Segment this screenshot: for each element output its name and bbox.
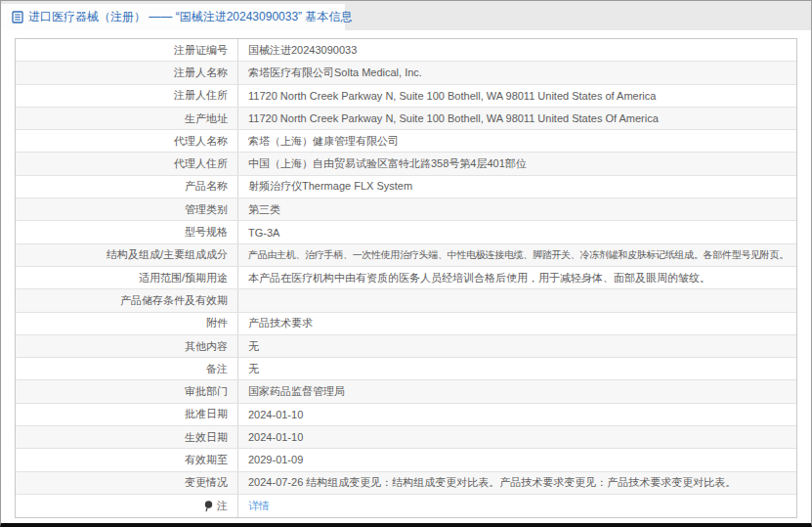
row-value: 2024-01-10 xyxy=(238,426,796,448)
table-row: 型号规格TG-3A xyxy=(16,221,796,243)
row-label: 生效日期 xyxy=(16,426,238,448)
row-label: 变更情况 xyxy=(16,472,238,494)
row-label: 结构及组成/主要组成成分 xyxy=(16,244,238,266)
row-value: 产品技术要求 xyxy=(238,313,796,334)
table-row: 适用范围/预期用途本产品在医疗机构中由有资质的医务人员经培训合格后使用，用于减轻… xyxy=(16,267,796,289)
row-value xyxy=(238,289,796,311)
table-row: 产品名称射频治疗仪Thermage FLX System xyxy=(16,176,796,198)
row-value: 第三类 xyxy=(238,198,796,220)
row-value: 无 xyxy=(238,335,796,357)
row-value: 索塔医疗有限公司Solta Medical, Inc. xyxy=(238,62,796,83)
table-row: 批准日期2024-01-10 xyxy=(16,404,796,426)
row-label: 产品储存条件及有效期 xyxy=(16,289,238,311)
row-value: 射频治疗仪Thermage FLX System xyxy=(238,176,796,198)
row-value: 中国（上海）自由贸易试验区富特北路358号第4层401部位 xyxy=(238,153,796,174)
info-table: 注册证编号国械注进20243090033注册人名称索塔医疗有限公司Solta M… xyxy=(15,38,797,518)
table-row: 管理类别第三类 xyxy=(16,198,796,221)
row-label: 有效期至 xyxy=(16,449,238,470)
row-value: 国械注进20243090033 xyxy=(238,39,796,61)
table-row: 有效期至2029-01-09 xyxy=(16,449,796,471)
row-label: 注 xyxy=(16,495,238,517)
row-label: 注册证编号 xyxy=(16,39,238,61)
row-value: 2024-07-26 结构组成变更见：结构组成变更对比表。产品技术要求变更见：产… xyxy=(238,472,796,494)
row-label: 管理类别 xyxy=(16,198,238,220)
row-label: 代理人名称 xyxy=(16,130,238,152)
row-value: 国家药品监督管理局 xyxy=(238,380,796,402)
row-value: 产品由主机、治疗手柄、一次性使用治疗头端、中性电极连接电缆、脚踏开关、冷冻剂罐和… xyxy=(238,244,796,266)
row-value: 详情 xyxy=(238,495,796,517)
row-label: 代理人住所 xyxy=(16,153,238,174)
table-row: 产品储存条件及有效期 xyxy=(16,289,796,312)
row-value: 索塔（上海）健康管理有限公司 xyxy=(238,130,796,152)
table-row: 变更情况2024-07-26 结构组成变更见：结构组成变更对比表。产品技术要求变… xyxy=(16,472,796,495)
row-value: 本产品在医疗机构中由有资质的医务人员经培训合格后使用，用于减轻身体、面部及眼周的… xyxy=(238,267,796,288)
row-label: 备注 xyxy=(16,358,238,379)
row-value: 2029-01-09 xyxy=(238,449,796,470)
row-label: 注册人名称 xyxy=(16,62,238,83)
row-label: 审批部门 xyxy=(16,380,238,402)
page-title: 进口医疗器械（注册） —— “国械注进20243090033” 基本信息 xyxy=(28,9,352,25)
page: 进口医疗器械（注册） —— “国械注进20243090033” 基本信息 注册证… xyxy=(0,0,812,527)
table-row: 结构及组成/主要组成成分产品由主机、治疗手柄、一次性使用治疗头端、中性电极连接电… xyxy=(16,244,796,267)
row-value: TG-3A xyxy=(238,221,796,242)
row-value: 11720 North Creek Parkway N, Suite 100 B… xyxy=(238,85,796,107)
row-label-text: 注 xyxy=(217,499,228,513)
tab-bar: 进口医疗器械（注册） —— “国械注进20243090033” 基本信息 xyxy=(1,1,811,30)
table-row: 注册人住所11720 North Creek Parkway N, Suite … xyxy=(16,85,796,108)
tab-basic-info[interactable]: 进口医疗器械（注册） —— “国械注进20243090033” 基本信息 xyxy=(1,4,345,30)
table-row: 注册证编号国械注进20243090033 xyxy=(16,39,796,62)
table-row: 代理人住所中国（上海）自由贸易试验区富特北路358号第4层401部位 xyxy=(16,153,796,175)
table-row: 注册人名称索塔医疗有限公司Solta Medical, Inc. xyxy=(16,62,796,84)
table-row: 其他内容无 xyxy=(16,335,796,358)
row-label: 型号规格 xyxy=(16,221,238,242)
row-label: 附件 xyxy=(16,313,238,334)
content-area: 注册证编号国械注进20243090033注册人名称索塔医疗有限公司Solta M… xyxy=(1,30,811,518)
row-label: 批准日期 xyxy=(16,404,238,425)
table-row: 代理人名称索塔（上海）健康管理有限公司 xyxy=(16,130,796,153)
row-value: 2024-01-10 xyxy=(238,404,796,425)
row-value: 11720 North Creek Parkway N, Suite 100 B… xyxy=(238,108,796,129)
row-label: 产品名称 xyxy=(16,176,238,198)
table-row: 备注无 xyxy=(16,358,796,380)
note-pin-icon xyxy=(204,501,213,512)
row-label: 注册人住所 xyxy=(16,85,238,107)
document-icon xyxy=(12,11,23,23)
details-link[interactable]: 详情 xyxy=(248,499,270,513)
table-row: 生效日期2024-01-10 xyxy=(16,426,796,449)
table-row: 注详情 xyxy=(16,495,796,517)
row-value: 无 xyxy=(238,358,796,379)
table-row: 生产地址11720 North Creek Parkway N, Suite 1… xyxy=(16,108,796,130)
row-label: 生产地址 xyxy=(16,108,238,129)
row-label: 其他内容 xyxy=(16,335,238,357)
table-row: 审批部门国家药品监督管理局 xyxy=(16,380,796,403)
table-row: 附件产品技术要求 xyxy=(16,313,796,335)
row-label: 适用范围/预期用途 xyxy=(16,267,238,288)
